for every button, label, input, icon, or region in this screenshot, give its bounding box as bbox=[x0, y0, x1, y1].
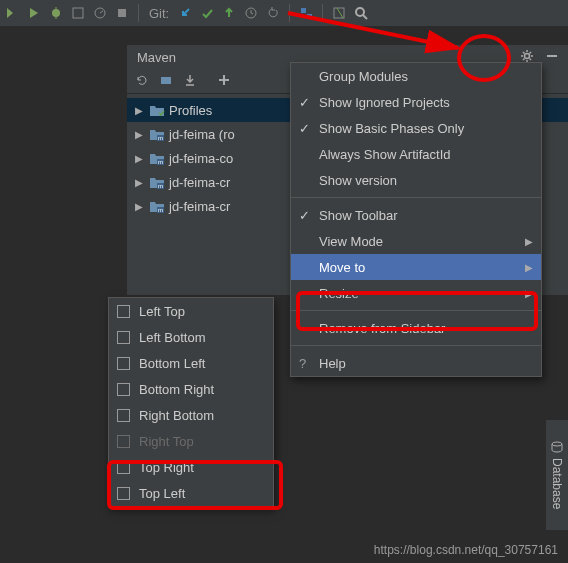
git-update-icon[interactable] bbox=[177, 5, 193, 21]
menu-show-toolbar[interactable]: ✓Show Toolbar bbox=[291, 202, 541, 228]
expand-icon[interactable]: ▶ bbox=[135, 105, 145, 116]
tree-label: Profiles bbox=[169, 103, 212, 118]
svg-line-5 bbox=[100, 11, 103, 13]
maven-module-icon: m bbox=[149, 175, 165, 189]
run-icon[interactable] bbox=[26, 5, 42, 21]
check-icon: ✓ bbox=[299, 121, 310, 136]
menu-remove-from-sidebar[interactable]: Remove from Sidebar bbox=[291, 315, 541, 341]
git-commit-icon[interactable] bbox=[199, 5, 215, 21]
menu-resize[interactable]: Resize▶ bbox=[291, 280, 541, 306]
project-structure-icon[interactable] bbox=[298, 5, 314, 21]
check-icon: ✓ bbox=[299, 95, 310, 110]
search-everywhere-icon[interactable] bbox=[353, 5, 369, 21]
sub-left-bottom[interactable]: Left Bottom bbox=[109, 324, 273, 350]
svg-rect-15 bbox=[161, 77, 171, 84]
svg-point-0 bbox=[52, 9, 60, 17]
menu-help[interactable]: ?Help bbox=[291, 350, 541, 376]
build-icon[interactable] bbox=[4, 5, 20, 21]
add-icon[interactable] bbox=[217, 73, 231, 90]
position-icon bbox=[117, 461, 130, 474]
menu-show-basic-phases[interactable]: ✓Show Basic Phases Only bbox=[291, 115, 541, 141]
maven-module-icon: m bbox=[149, 127, 165, 141]
sub-top-right[interactable]: Top Right bbox=[109, 454, 273, 480]
menu-always-show-artifactid[interactable]: Always Show ArtifactId bbox=[291, 141, 541, 167]
generate-sources-icon[interactable] bbox=[159, 73, 173, 90]
sub-right-top: Right Top bbox=[109, 428, 273, 454]
menu-view-mode[interactable]: View Mode▶ bbox=[291, 228, 541, 254]
sub-bottom-left[interactable]: Bottom Left bbox=[109, 350, 273, 376]
menu-group-modules[interactable]: Group Modules bbox=[291, 63, 541, 89]
profiler-icon[interactable] bbox=[92, 5, 108, 21]
tree-label: jd-feima (ro bbox=[169, 127, 235, 142]
position-icon bbox=[117, 487, 130, 500]
svg-rect-6 bbox=[118, 9, 126, 17]
submenu-arrow-icon: ▶ bbox=[525, 236, 533, 247]
svg-rect-3 bbox=[73, 8, 83, 18]
position-icon bbox=[117, 409, 130, 422]
maven-module-icon: m bbox=[149, 151, 165, 165]
check-icon: ✓ bbox=[299, 208, 310, 223]
svg-text:m: m bbox=[158, 159, 163, 165]
move-to-submenu: Left Top Left Bottom Bottom Left Bottom … bbox=[108, 297, 274, 507]
maven-title: Maven bbox=[137, 50, 176, 65]
svg-rect-8 bbox=[301, 8, 306, 13]
position-icon bbox=[117, 357, 130, 370]
ide-settings-icon[interactable] bbox=[331, 5, 347, 21]
minimize-icon[interactable] bbox=[545, 49, 559, 66]
main-toolbar: Git: bbox=[0, 0, 568, 27]
svg-line-12 bbox=[363, 15, 367, 19]
menu-move-to[interactable]: Move to▶ bbox=[291, 254, 541, 280]
folder-icon bbox=[149, 103, 165, 117]
git-push-icon[interactable] bbox=[221, 5, 237, 21]
reimport-icon[interactable] bbox=[135, 73, 149, 90]
sub-left-top[interactable]: Left Top bbox=[109, 298, 273, 324]
sub-bottom-right[interactable]: Bottom Right bbox=[109, 376, 273, 402]
watermark: https://blog.csdn.net/qq_30757161 bbox=[374, 543, 558, 557]
sub-top-left[interactable]: Top Left bbox=[109, 480, 273, 506]
submenu-arrow-icon: ▶ bbox=[525, 262, 533, 273]
tree-label: jd-feima-co bbox=[169, 151, 233, 166]
svg-text:m: m bbox=[158, 207, 163, 213]
debug-icon[interactable] bbox=[48, 5, 64, 21]
submenu-arrow-icon: ▶ bbox=[525, 288, 533, 299]
git-label: Git: bbox=[149, 6, 169, 21]
tree-label: jd-feima-cr bbox=[169, 175, 230, 190]
sub-right-bottom[interactable]: Right Bottom bbox=[109, 402, 273, 428]
menu-show-version[interactable]: Show version bbox=[291, 167, 541, 193]
settings-menu: Group Modules ✓Show Ignored Projects ✓Sh… bbox=[290, 62, 542, 377]
download-icon[interactable] bbox=[183, 73, 197, 90]
position-icon bbox=[117, 305, 130, 318]
position-icon bbox=[117, 435, 130, 448]
svg-text:m: m bbox=[158, 183, 163, 189]
position-icon bbox=[117, 331, 130, 344]
coverage-icon[interactable] bbox=[70, 5, 86, 21]
svg-point-13 bbox=[525, 53, 530, 58]
tree-label: jd-feima-cr bbox=[169, 199, 230, 214]
help-icon: ? bbox=[299, 356, 306, 371]
svg-point-11 bbox=[356, 8, 364, 16]
svg-point-24 bbox=[552, 442, 562, 446]
git-history-icon[interactable] bbox=[243, 5, 259, 21]
stop-icon[interactable] bbox=[114, 5, 130, 21]
position-icon bbox=[117, 383, 130, 396]
git-rollback-icon[interactable] bbox=[265, 5, 281, 21]
database-label: Database bbox=[550, 458, 564, 509]
maven-module-icon: m bbox=[149, 199, 165, 213]
database-tab[interactable]: Database bbox=[546, 420, 568, 530]
database-icon bbox=[550, 440, 564, 454]
svg-text:m: m bbox=[158, 135, 163, 141]
menu-show-ignored[interactable]: ✓Show Ignored Projects bbox=[291, 89, 541, 115]
svg-rect-9 bbox=[307, 14, 312, 19]
